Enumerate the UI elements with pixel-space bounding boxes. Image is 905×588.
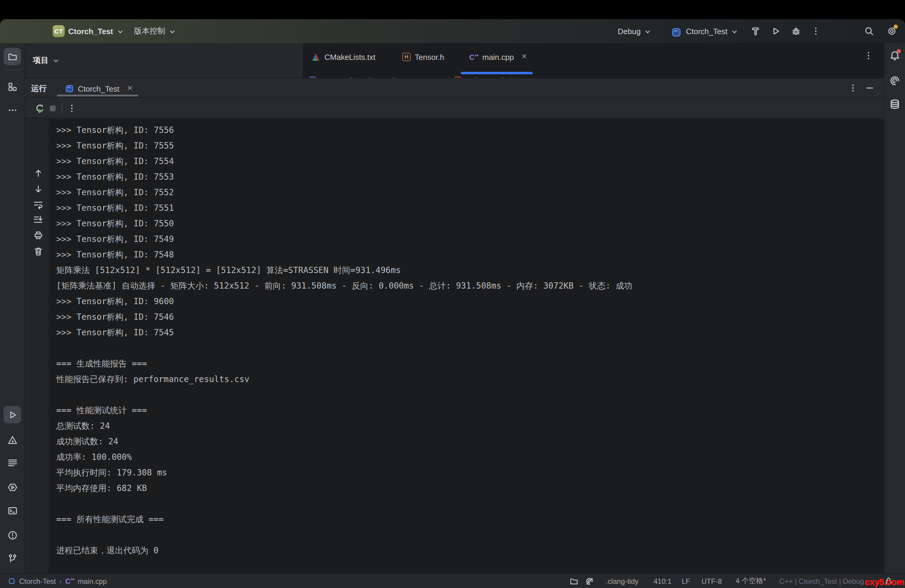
divider: [62, 103, 62, 114]
run-button[interactable]: [771, 26, 781, 36]
play-icon: [8, 410, 17, 420]
clear-console-button[interactable]: [33, 247, 43, 256]
debug-button[interactable]: [791, 26, 801, 36]
console-gutter-toolbar: [25, 119, 49, 573]
run-panel-options-button[interactable]: [848, 83, 858, 93]
project-panel-header[interactable]: 项目: [25, 43, 303, 78]
run-console[interactable]: >>> Tensor析构, ID: 7556 >>> Tensor析构, ID:…: [25, 119, 884, 573]
status-breadcrumb: Ctorch-Test › C++ main.cpp: [8, 574, 107, 588]
scroll-to-end-button[interactable]: [33, 215, 43, 224]
tool-more-button[interactable]: [3, 101, 21, 119]
console-line: [56, 527, 880, 542]
console-line: [56, 387, 880, 402]
tool-terminal-button[interactable]: [3, 502, 21, 519]
run-panel-title: 运行: [31, 79, 47, 98]
console-line: >>> Tensor析构, ID: 7553: [56, 169, 880, 184]
console-line: === 性能测试统计 ===: [56, 402, 880, 418]
folder-icon: [570, 577, 578, 585]
watermark: cxy5.com: [865, 577, 904, 587]
console-line: 成功测试数: 24: [56, 434, 880, 449]
console-line: >>> Tensor析构, ID: 7552: [56, 184, 880, 200]
status-bar: Ctorch-Test › C++ main.cpp .clang-tidy 4…: [0, 573, 905, 588]
ai-assistant-button[interactable]: [889, 75, 900, 86]
tool-structure-button[interactable]: [3, 78, 21, 95]
breadcrumb-method[interactable]: print_statistics: [466, 76, 522, 78]
console-line: [56, 496, 880, 511]
run-config-icon: [65, 84, 74, 93]
rerun-button[interactable]: [35, 103, 45, 114]
status-project-name[interactable]: Ctorch-Test: [19, 577, 56, 585]
folder-icon: [8, 52, 17, 61]
chevron-down-icon: [116, 27, 124, 36]
ai-disabled-button[interactable]: [585, 574, 594, 588]
search-everywhere-button[interactable]: [864, 26, 874, 36]
editor-breadcrumbs: ComprehensivePerformanceTest › print_sta…: [303, 72, 884, 78]
console-options-button[interactable]: [67, 103, 76, 113]
status-file-name[interactable]: main.cpp: [78, 577, 107, 585]
run-toolbar: [25, 98, 884, 119]
console-line: === 所有性能测试完成 ===: [56, 511, 880, 527]
services-hexagon-icon: [8, 482, 17, 492]
build-context-widget[interactable]: C++ | Ctorch_Test | Debug: [779, 574, 864, 588]
breadcrumb-class[interactable]: ComprehensivePerformanceTest: [321, 76, 442, 78]
close-icon[interactable]: [127, 84, 134, 93]
readonly-folder-button[interactable]: [570, 574, 578, 588]
console-line: >>> Tensor析构, ID: 7549: [56, 231, 880, 247]
hide-panel-button[interactable]: [865, 83, 875, 93]
close-icon[interactable]: [521, 52, 528, 61]
run-configuration-selector[interactable]: Ctorch_Test: [686, 19, 739, 43]
tool-project-button[interactable]: [3, 48, 21, 65]
console-line: >>> Tensor析构, ID: 7554: [56, 153, 880, 169]
settings-button[interactable]: [887, 26, 897, 36]
header-file-icon: H: [402, 53, 411, 61]
tool-todo-button[interactable]: [3, 454, 21, 471]
console-line: 平均执行时间: 179.308 ms: [56, 465, 880, 480]
vcs-selector[interactable]: 版本控制: [134, 19, 176, 43]
tool-run-button[interactable]: [3, 406, 21, 423]
ai-disabled-icon: [585, 577, 594, 585]
soft-wrap-button[interactable]: [33, 200, 43, 210]
console-line: 矩阵乘法 [512x512] * [512x512] = [512x512] 算…: [56, 262, 880, 278]
caret-position-widget[interactable]: 410:1: [654, 574, 672, 588]
desktop-background: [0, 0, 905, 19]
console-line: >>> Tensor析构, ID: 9600: [56, 293, 880, 309]
tool-profiler-button[interactable]: [3, 431, 21, 448]
right-tool-window-bar: [884, 43, 905, 573]
run-panel-header: 运行 Ctorch_Test: [25, 79, 884, 98]
project-panel-title: 项目: [33, 55, 49, 66]
todo-lines-icon: [8, 458, 17, 467]
build-button[interactable]: [751, 26, 760, 36]
cmake-icon: [311, 52, 320, 61]
chevron-right-icon: ›: [60, 577, 62, 585]
tool-vcs-button[interactable]: [3, 550, 21, 567]
clang-tidy-widget[interactable]: .clang-tidy: [606, 574, 638, 588]
console-line: 性能报告已保存到: performance_results.csv: [56, 371, 880, 387]
debug-mode-selector[interactable]: Debug: [618, 19, 652, 43]
tab-main-cpp[interactable]: C++ main.cpp: [461, 43, 536, 71]
project-selector-label: Ctorch_Test: [68, 27, 113, 36]
tool-services-button[interactable]: [3, 478, 21, 496]
database-button[interactable]: [889, 99, 900, 110]
vcs-selector-label: 版本控制: [134, 26, 165, 37]
indent-widget[interactable]: 4 个空格*: [736, 574, 766, 588]
encoding-widget[interactable]: UTF-8: [702, 574, 722, 588]
console-line: 进程已结束，退出代码为 0: [56, 542, 880, 558]
tab-tensor-h[interactable]: H Tensor.h: [394, 43, 452, 71]
print-button[interactable]: [33, 230, 43, 240]
console-output[interactable]: >>> Tensor析构, ID: 7556 >>> Tensor析构, ID:…: [56, 122, 880, 558]
more-actions-button[interactable]: [811, 26, 821, 36]
project-selector[interactable]: Ctorch_Test: [68, 19, 124, 43]
chevron-down-icon: [168, 27, 176, 36]
stop-button[interactable]: [49, 104, 57, 113]
tool-problems-button[interactable]: [3, 526, 21, 544]
prev-occurrence-button[interactable]: [33, 168, 43, 178]
problems-icon: [8, 530, 17, 540]
ai-assistant-icon: [889, 75, 900, 86]
tab-options-button[interactable]: [864, 51, 873, 60]
notifications-button[interactable]: [889, 50, 900, 61]
breadcrumb-separator: ›: [447, 76, 450, 78]
console-line: >>> Tensor析构, ID: 7556: [56, 122, 880, 138]
tab-cmakelists[interactable]: CMakeLists.txt: [303, 43, 384, 71]
next-occurrence-button[interactable]: [33, 184, 43, 194]
line-ending-widget[interactable]: LF: [682, 574, 690, 588]
